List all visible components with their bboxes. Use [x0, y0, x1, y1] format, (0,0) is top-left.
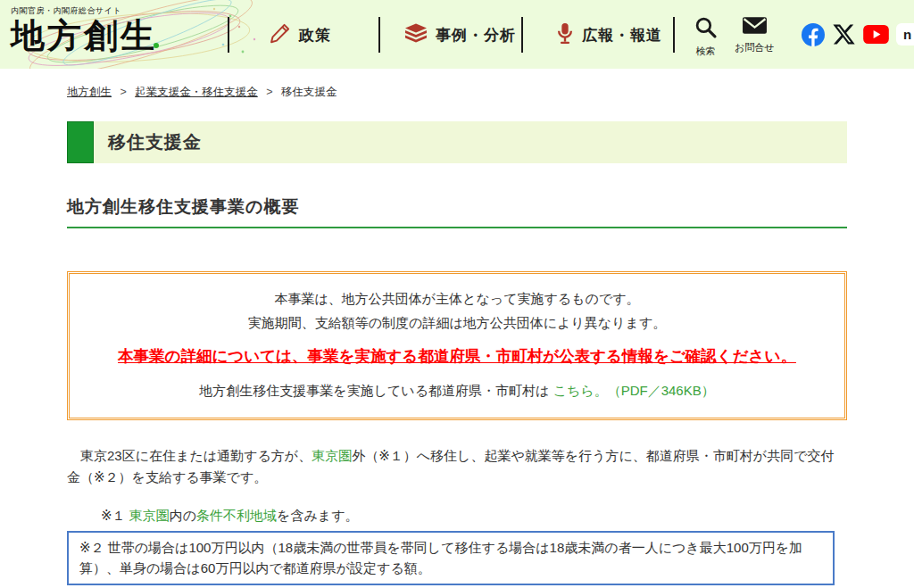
nav-item-press[interactable]: 広報・報道	[555, 21, 662, 49]
notice-line-1: 本事業は、地方公共団体が主体となって実施するものです。	[80, 286, 834, 311]
page-title-bar: 移住支援金	[67, 121, 847, 163]
logo-green-dot	[154, 43, 159, 48]
contact-label: お問合せ	[735, 41, 775, 54]
social-links: n	[802, 22, 914, 46]
nav-label-cases-analysis: 事例・分析	[436, 25, 516, 46]
envelope-icon	[742, 16, 768, 38]
search-label: 検索	[696, 45, 716, 58]
tokyo-area-link[interactable]: 東京圏	[312, 448, 352, 463]
search-icon	[694, 16, 717, 42]
x-icon[interactable]	[832, 22, 856, 46]
microphone-icon	[555, 21, 575, 49]
youtube-icon[interactable]	[863, 25, 889, 44]
pencil-icon	[269, 21, 292, 48]
note-icon[interactable]: n	[896, 23, 914, 46]
svg-text:n: n	[903, 27, 911, 42]
header-divider	[378, 17, 380, 53]
breadcrumb-home-link[interactable]: 地方創生	[67, 86, 112, 98]
header-divider	[521, 17, 523, 53]
nav-label-press: 広報・報道	[582, 25, 662, 46]
header-divider	[673, 17, 675, 53]
site-logo-text: 地方創生	[11, 18, 157, 55]
site-tagline: 内閣官房・内閣府総合サイト	[11, 5, 157, 17]
breadcrumb-current: 移住支援金	[281, 86, 337, 98]
pdf-link[interactable]: こちら。	[553, 383, 608, 398]
nav-label-policy: 政策	[299, 25, 331, 46]
site-header: 内閣官房・内閣府総合サイト 地方創生 政策 事例・分析	[0, 0, 914, 69]
main-content: 地方創生 > 起業支援金・移住支援金 > 移住支援金 移住支援金 地方創生移住支…	[67, 85, 847, 585]
note-2-text: ※２ 世帯の場合は100万円以内（18歳未満の世帯員を帯同して移住する場合は18…	[79, 540, 802, 576]
contact-button[interactable]: お問合せ	[735, 16, 775, 54]
breadcrumb: 地方創生 > 起業支援金・移住支援金 > 移住支援金	[67, 85, 847, 100]
nav-item-cases-analysis[interactable]: 事例・分析	[403, 21, 516, 48]
note-1-text: 内の	[170, 508, 196, 523]
note-1: ※１ 東京圏内の条件不利地域を含みます。	[101, 508, 847, 525]
pdf-size: （PDF／346KB）	[608, 383, 715, 398]
paragraph-text: 東京23区に在住または通勤する方が、	[67, 448, 312, 463]
site-logo[interactable]: 内閣官房・内閣府総合サイト 地方創生	[11, 5, 157, 55]
nav-item-policy[interactable]: 政策	[269, 21, 331, 48]
breadcrumb-grants-link[interactable]: 起業支援金・移住支援金	[135, 86, 258, 98]
pdf-line-text: 地方創生移住支援事業を実施している都道府県・市町村は	[199, 383, 553, 398]
tokyo-area-link-2[interactable]: 東京圏	[129, 508, 170, 523]
section-heading: 地方創生移住支援事業の概要	[67, 195, 847, 228]
note-1-text: を含みます。	[277, 508, 358, 523]
notice-line-2: 実施期間、支給額等の制度の詳細は地方公共団体により異なります。	[80, 311, 834, 335]
disadvantaged-area-link[interactable]: 条件不利地域	[196, 508, 277, 523]
breadcrumb-separator: >	[120, 86, 126, 98]
note-2-box: ※２ 世帯の場合は100万円以内（18歳未満の世帯員を帯同して移住する場合は18…	[67, 531, 835, 585]
search-button[interactable]: 検索	[694, 16, 717, 58]
notice-warning-link[interactable]: 本事業の詳細については、事業を実施する都道府県・市町村が公表する情報をご確認くだ…	[80, 343, 834, 370]
page-title: 移住支援金	[108, 130, 202, 154]
title-accent-block	[67, 121, 94, 163]
header-divider	[228, 17, 229, 53]
overview-paragraph: 東京23区に在住または通勤する方が、東京圏外（※１）へ移住し、起業や就業等を行う…	[67, 445, 847, 489]
breadcrumb-separator: >	[266, 86, 272, 98]
stacked-books-icon	[403, 21, 428, 48]
pdf-line: 地方創生移住支援事業を実施している都道府県・市町村は こちら。（PDF／346K…	[80, 383, 834, 400]
notice-box: 本事業は、地方公共団体が主体となって実施するものです。 実施期間、支給額等の制度…	[67, 271, 847, 420]
note-1-text: ※１	[101, 508, 129, 523]
facebook-icon[interactable]	[802, 23, 825, 46]
